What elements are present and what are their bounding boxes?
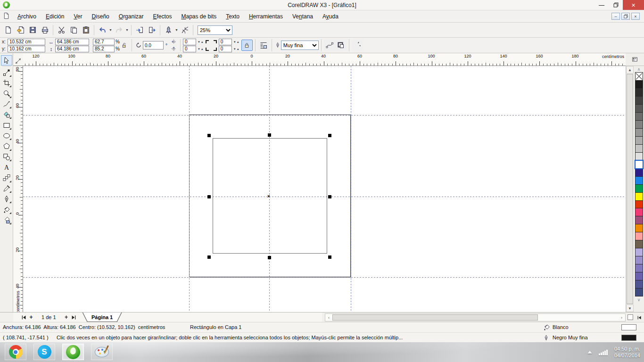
swatch-purple[interactable] [635, 264, 643, 272]
zoom-tool[interactable] [1, 88, 12, 99]
swatch-green[interactable] [635, 184, 643, 193]
swatch-plum[interactable] [635, 216, 643, 224]
swatch-black[interactable] [635, 80, 643, 89]
menu-organizar[interactable]: Organizar [114, 12, 149, 21]
scale-vertical-field[interactable] [93, 46, 115, 52]
undo-button[interactable] [96, 24, 108, 36]
swatch-pale-lavender[interactable] [635, 248, 643, 256]
menu-texto[interactable]: Texto [221, 12, 244, 21]
cut-button[interactable] [55, 24, 67, 36]
swatch-salmon[interactable] [635, 232, 643, 240]
copy-button[interactable] [67, 24, 80, 36]
swatch-orange[interactable] [635, 224, 643, 232]
ellipse-tool[interactable] [1, 131, 12, 141]
open-curve-button[interactable] [352, 40, 363, 51]
redo-button[interactable] [113, 24, 125, 36]
fill-tool[interactable] [1, 204, 12, 214]
application-launcher-button-dropdown[interactable]: ▼ [174, 28, 179, 32]
corel-graphics-button[interactable] [179, 24, 191, 36]
corner-radius-top-right-field[interactable] [219, 39, 232, 45]
selection-handle[interactable] [207, 255, 211, 259]
crop-tool[interactable] [1, 78, 12, 88]
document-close-button[interactable]: × [631, 13, 640, 20]
shape-tool[interactable] [1, 67, 12, 77]
vertical-guideline[interactable] [189, 66, 190, 312]
smart-fill-tool[interactable] [1, 109, 12, 120]
minimize-button[interactable]: — [594, 0, 609, 10]
selection-handle[interactable] [268, 133, 271, 137]
menu-herramientas[interactable]: Herramientas [244, 12, 288, 21]
last-page-button[interactable] [70, 313, 78, 321]
swatch-white[interactable] [635, 160, 643, 169]
convert-outline-to-object-button[interactable] [335, 40, 347, 51]
rotation-center-marker[interactable]: × [267, 194, 270, 199]
swatch-10-percent-black[interactable] [635, 152, 643, 161]
open-button[interactable] [14, 24, 26, 36]
menu-diseño[interactable]: Diseño [87, 12, 114, 21]
interactive-blend-tool[interactable] [1, 173, 12, 183]
zoom-level-select[interactable]: 25% [198, 25, 232, 35]
object-height-field[interactable] [55, 46, 89, 52]
corner-radius-bottom-right-field[interactable] [219, 46, 232, 52]
swatch-magenta[interactable] [635, 208, 643, 216]
splitter-button[interactable] [627, 314, 633, 320]
paste-button[interactable] [80, 24, 92, 36]
add-page-after-button[interactable]: + [63, 313, 70, 321]
selection-handle[interactable] [328, 255, 331, 259]
convert-to-curves-button[interactable] [324, 40, 335, 51]
vertical-ruler[interactable]: centímetros 8060402002040 [13, 66, 23, 312]
vertical-scrollbar[interactable]: ▲ ▼ [626, 66, 634, 312]
swatch-80-percent-black[interactable] [635, 96, 643, 105]
taskbar-app-paint[interactable] [91, 344, 113, 360]
eyedropper-tool[interactable] [1, 183, 12, 194]
swatch-brown[interactable] [635, 240, 643, 248]
mirror-vertical-button[interactable] [170, 46, 178, 52]
polygon-tool[interactable] [1, 141, 12, 151]
swatch-violet[interactable] [635, 272, 643, 280]
swatch-blue[interactable] [635, 176, 643, 185]
horizontal-guideline[interactable] [23, 115, 626, 115]
menu-mapas-de-bits[interactable]: Mapas de bits [177, 12, 222, 21]
palette-options-button[interactable] [626, 53, 644, 66]
palette-scroll-down-button[interactable]: ∨ [637, 296, 641, 303]
application-launcher-button[interactable] [162, 24, 174, 36]
scroll-right-button[interactable]: › [618, 314, 625, 321]
palette-scroll-up-button[interactable]: ∧ [637, 66, 641, 72]
menu-efectos[interactable]: Efectos [148, 12, 176, 21]
menu-ver[interactable]: Ver [69, 12, 87, 21]
vertical-scrollbar-thumb[interactable] [627, 74, 633, 304]
menu-ayuda[interactable]: Ayuda [318, 12, 343, 21]
selection-handle[interactable] [328, 195, 331, 198]
swatch-no-color[interactable] [635, 72, 643, 81]
selection-handle[interactable] [207, 134, 211, 137]
save-button[interactable] [26, 24, 39, 36]
round-corners-together-button[interactable] [241, 40, 253, 51]
taskbar-app-google-chrome[interactable] [5, 344, 26, 360]
pick-tool[interactable] [1, 55, 12, 66]
scroll-up-button[interactable]: ▲ [626, 66, 634, 74]
import-button[interactable] [133, 24, 146, 36]
basic-shapes-tool[interactable] [1, 152, 12, 162]
outline-width-select[interactable]: Muy fina [281, 41, 319, 50]
swatch-40-percent-black[interactable] [635, 128, 643, 137]
taskbar-app-skype[interactable]: S [33, 344, 55, 360]
nonproportional-scale-button[interactable] [120, 41, 129, 50]
undo-button-dropdown[interactable]: ▼ [108, 28, 113, 32]
selection-handle[interactable] [268, 256, 271, 259]
add-page-before-button[interactable]: + [27, 313, 35, 321]
drawing-canvas[interactable]: × [23, 66, 626, 312]
wrap-paragraph-text-button[interactable] [258, 40, 269, 51]
vertical-guideline[interactable] [351, 66, 351, 312]
rotation-angle-field[interactable] [143, 41, 164, 49]
menu-ventana[interactable]: Ventana [288, 12, 318, 21]
new-document-button[interactable] [2, 24, 14, 36]
swatch-20-percent-black[interactable] [635, 144, 643, 153]
close-button[interactable]: × [623, 0, 644, 10]
menu-archivo[interactable]: Archivo [13, 12, 41, 21]
swatch-50-percent-black[interactable] [635, 120, 643, 129]
menu-edición[interactable]: Edición [41, 12, 69, 21]
horizontal-scrollbar-thumb[interactable] [332, 314, 538, 321]
rectangle-tool[interactable] [1, 120, 12, 130]
print-button[interactable] [39, 24, 51, 36]
swatch-90-percent-black[interactable] [635, 88, 643, 97]
